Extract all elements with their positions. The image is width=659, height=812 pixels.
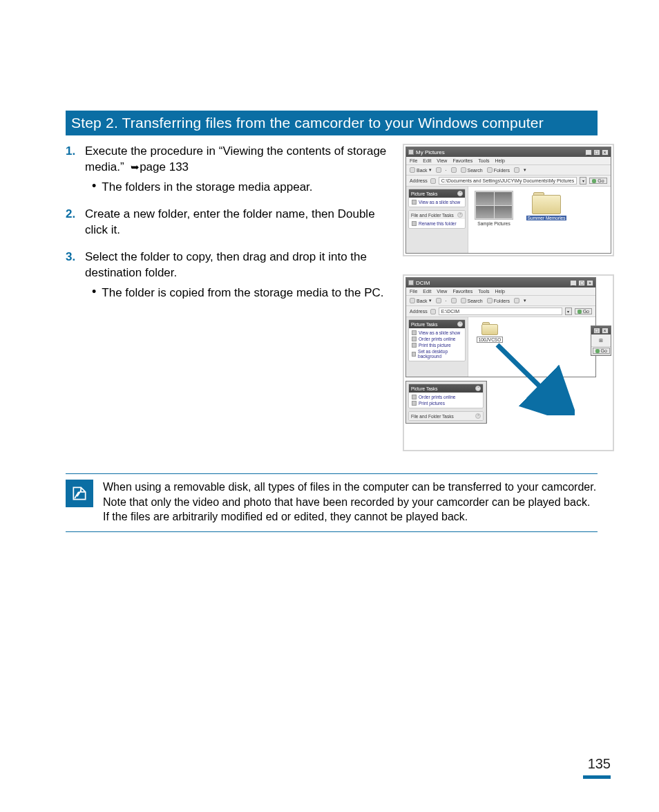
slideshow-icon (412, 330, 417, 335)
menu-item: Edit (423, 158, 431, 163)
folder-item-selected: Summer Memories (525, 191, 568, 220)
page-number-bar (583, 775, 611, 779)
menu-item: Help (495, 158, 505, 163)
address-field: C:\Documents and Settings\JUCY\My Docume… (439, 177, 577, 185)
menu-item: Favorites (452, 158, 472, 163)
item-label: 100JVCSO (477, 337, 504, 343)
screenshot-dcim: DCIM _□× File Edit View Favorites Tools … (403, 274, 614, 451)
print-icon (412, 401, 417, 406)
collapse-icon: ˄ (457, 212, 463, 218)
window-partial: □× ⊞ Go (591, 325, 611, 356)
menu-item: Help (495, 289, 505, 294)
go-button: Go (575, 308, 592, 314)
page-ref: page 133 (140, 160, 189, 173)
back-icon (410, 298, 415, 303)
divider (66, 531, 598, 532)
collapse-icon: ˄ (457, 321, 463, 327)
minimize-icon: _ (585, 149, 592, 155)
menu-item: Tools (478, 289, 489, 294)
task-item: View as a slide show (419, 200, 460, 205)
window-titlebar: My Pictures _ □ × (406, 147, 611, 157)
step-banner: Step 2. Transferring files from the camc… (66, 111, 598, 135)
folders-button: Folders (487, 167, 510, 173)
item-label: Sample Pictures (477, 221, 510, 226)
step-text: Select the folder to copy, then drag and… (85, 250, 367, 279)
step-bullet: The folders in the storage media appear. (102, 180, 312, 196)
files-area: Sample Pictures Summer Memories (468, 187, 611, 253)
panel-title: Picture Tasks (411, 322, 438, 327)
back-button: Back▾ (410, 298, 432, 303)
address-field: E:\DCIM (439, 308, 562, 315)
close-icon: × (602, 149, 609, 155)
back-button: Back▾ (410, 167, 432, 173)
go-icon (577, 310, 582, 314)
step-2: 2. Create a new folder, enter the folder… (66, 207, 390, 238)
menu-item: View (437, 289, 447, 294)
panel-title: Picture Tasks (411, 386, 438, 391)
window-dcim: DCIM _□× File Edit View Favorites Tools … (405, 277, 596, 377)
panel-title: File and Folder Tasks (411, 414, 454, 419)
step-1: 1. Execute the procedure in “Viewing the… (66, 144, 390, 196)
back-icon (410, 167, 415, 173)
address-label: Address (410, 309, 428, 314)
screenshot-my-pictures: My Pictures _ □ × File Edit View Favorit (403, 144, 614, 256)
collapse-icon: ˄ (457, 191, 463, 196)
screenshots-column: My Pictures _ □ × File Edit View Favorit (403, 144, 614, 451)
note-text: When using a removable disk, all types o… (103, 480, 598, 525)
step-bullet: The folder is copied from the storage me… (102, 285, 383, 301)
collapse-icon: ˄ (475, 386, 481, 391)
picture-tasks-panel: Picture Tasks˄ View as a slide show Orde… (408, 319, 466, 361)
search-icon (461, 298, 466, 303)
maximize-icon: □ (593, 149, 600, 155)
note-section: When using a removable disk, all types o… (66, 473, 598, 532)
window-icon (408, 149, 414, 155)
desktop-icon (412, 352, 416, 357)
panel-title: File and Folder Tasks (411, 213, 454, 218)
go-icon (595, 349, 600, 353)
step-number: 3. (66, 249, 78, 301)
search-button: Search (461, 167, 483, 173)
file-tasks-panel: File and Folder Tasks˄ (408, 411, 484, 421)
bullet-icon: • (92, 285, 96, 301)
order-prints-icon (412, 337, 417, 341)
menu-item: File (410, 289, 417, 294)
picture-tasks-panel: Picture Tasks˄ Order prints online Print… (408, 384, 484, 408)
menu-item: Edit (423, 289, 431, 294)
menu-item: Tools (478, 158, 489, 163)
folders-button: Folders (487, 298, 510, 303)
up-icon (451, 167, 457, 173)
task-item: View as a slide show (419, 330, 460, 335)
views-icon (514, 167, 519, 173)
folder-item: Sample Pictures (472, 191, 515, 226)
window-icon (408, 280, 414, 285)
folder-icon (430, 309, 436, 314)
go-button: Go (593, 348, 610, 354)
address-label: Address (410, 178, 428, 183)
maximize-icon: □ (593, 328, 600, 334)
window-controls: _ □ × (585, 149, 609, 155)
instructions-column: 1. Execute the procedure in “Viewing the… (66, 144, 390, 451)
slideshow-icon (412, 200, 417, 205)
item-label: Summer Memories (526, 216, 567, 220)
collapse-icon: ˄ (475, 413, 481, 419)
task-item: Print this picture (419, 343, 451, 348)
menu-bar: File Edit View Favorites Tools Help (406, 157, 611, 165)
forward-icon (436, 167, 441, 173)
folder-icon (481, 321, 498, 335)
dropdown-icon: ▾ (565, 308, 572, 315)
note-icon (66, 480, 93, 507)
toolbar: Back▾ · Search Folders ▾ (406, 165, 611, 176)
task-item: Order prints online (419, 337, 455, 341)
views-icon (514, 298, 519, 303)
rename-icon (412, 221, 417, 226)
step-3: 3. Select the folder to copy, then drag … (66, 249, 390, 301)
go-button: Go (589, 178, 607, 184)
maximize-icon: □ (578, 280, 585, 286)
window-destination: Picture Tasks˄ Order prints online Print… (405, 381, 487, 424)
menu-item: File (410, 158, 417, 163)
search-icon (461, 167, 466, 173)
search-button: Search (461, 298, 483, 303)
folder-item: 100JVCSO (472, 321, 507, 343)
tasks-sidebar: Picture Tasks˄ View as a slide show File… (406, 187, 468, 253)
menu-item: View (437, 158, 447, 163)
